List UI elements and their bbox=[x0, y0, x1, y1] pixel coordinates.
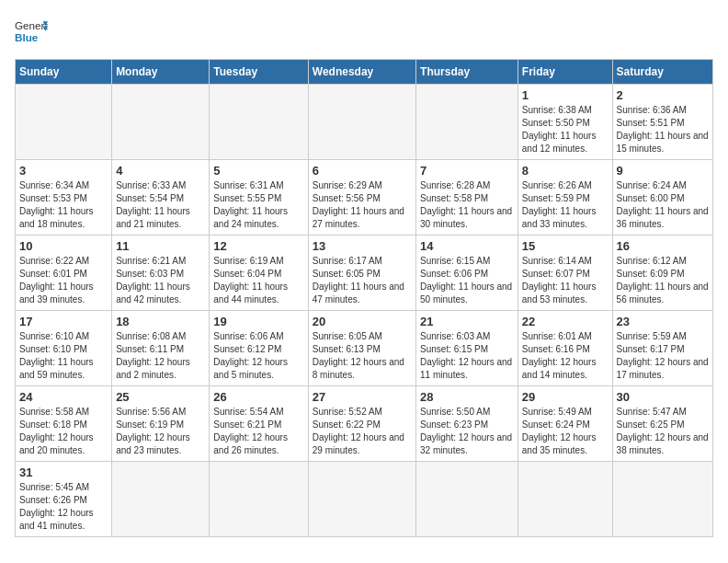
day-number: 10 bbox=[19, 239, 108, 253]
day-info: Sunrise: 6:31 AM Sunset: 5:55 PM Dayligh… bbox=[213, 179, 303, 231]
day-number: 22 bbox=[522, 315, 609, 328]
day-info: Sunrise: 6:22 AM Sunset: 6:01 PM Dayligh… bbox=[19, 255, 108, 306]
day-number: 27 bbox=[313, 390, 412, 404]
day-cell bbox=[16, 85, 112, 160]
day-number: 12 bbox=[213, 239, 303, 253]
day-number: 7 bbox=[420, 164, 514, 178]
day-cell: 7Sunrise: 6:28 AM Sunset: 5:58 PM Daylig… bbox=[416, 160, 518, 236]
week-row-5: 31Sunrise: 5:45 AM Sunset: 6:26 PM Dayli… bbox=[16, 462, 713, 537]
day-number: 19 bbox=[213, 315, 303, 328]
day-number: 17 bbox=[19, 315, 108, 328]
day-info: Sunrise: 6:24 AM Sunset: 6:00 PM Dayligh… bbox=[617, 179, 709, 231]
day-number: 11 bbox=[116, 239, 205, 253]
day-info: Sunrise: 6:38 AM Sunset: 5:50 PM Dayligh… bbox=[522, 104, 609, 155]
day-info: Sunrise: 6:19 AM Sunset: 6:04 PM Dayligh… bbox=[213, 255, 303, 306]
day-cell bbox=[308, 85, 415, 160]
day-cell: 22Sunrise: 6:01 AM Sunset: 6:16 PM Dayli… bbox=[518, 311, 612, 386]
day-cell: 10Sunrise: 6:22 AM Sunset: 6:01 PM Dayli… bbox=[16, 236, 112, 311]
header-day-friday: Friday bbox=[518, 60, 612, 85]
day-info: Sunrise: 6:21 AM Sunset: 6:03 PM Dayligh… bbox=[116, 255, 205, 306]
day-info: Sunrise: 5:52 AM Sunset: 6:22 PM Dayligh… bbox=[313, 406, 412, 457]
day-cell: 3Sunrise: 6:34 AM Sunset: 5:53 PM Daylig… bbox=[16, 160, 112, 236]
day-info: Sunrise: 5:45 AM Sunset: 6:26 PM Dayligh… bbox=[19, 481, 108, 533]
header-row: SundayMondayTuesdayWednesdayThursdayFrid… bbox=[16, 60, 713, 85]
day-number: 3 bbox=[19, 164, 108, 178]
day-number: 28 bbox=[420, 390, 514, 404]
day-cell: 27Sunrise: 5:52 AM Sunset: 6:22 PM Dayli… bbox=[308, 386, 415, 462]
day-cell: 16Sunrise: 6:12 AM Sunset: 6:09 PM Dayli… bbox=[612, 236, 712, 311]
day-cell bbox=[518, 462, 612, 537]
day-number: 24 bbox=[19, 390, 108, 404]
logo-icon: General Blue bbox=[15, 15, 48, 48]
day-info: Sunrise: 6:06 AM Sunset: 6:12 PM Dayligh… bbox=[213, 330, 303, 382]
week-row-3: 17Sunrise: 6:10 AM Sunset: 6:10 PM Dayli… bbox=[16, 311, 713, 386]
day-info: Sunrise: 5:58 AM Sunset: 6:18 PM Dayligh… bbox=[19, 406, 108, 457]
logo: General Blue bbox=[15, 15, 48, 48]
day-cell: 29Sunrise: 5:49 AM Sunset: 6:24 PM Dayli… bbox=[518, 386, 612, 462]
day-info: Sunrise: 6:17 AM Sunset: 6:05 PM Dayligh… bbox=[313, 255, 412, 306]
day-info: Sunrise: 6:29 AM Sunset: 5:56 PM Dayligh… bbox=[313, 179, 412, 231]
svg-text:General: General bbox=[15, 19, 48, 31]
day-cell bbox=[112, 462, 210, 537]
day-cell bbox=[210, 85, 308, 160]
day-number: 5 bbox=[213, 164, 303, 178]
day-number: 9 bbox=[617, 164, 709, 178]
header-day-sunday: Sunday bbox=[16, 60, 112, 85]
week-row-0: 1Sunrise: 6:38 AM Sunset: 5:50 PM Daylig… bbox=[16, 85, 713, 160]
day-cell: 18Sunrise: 6:08 AM Sunset: 6:11 PM Dayli… bbox=[112, 311, 210, 386]
day-info: Sunrise: 6:08 AM Sunset: 6:11 PM Dayligh… bbox=[116, 330, 205, 382]
day-number: 21 bbox=[420, 315, 514, 328]
day-number: 18 bbox=[116, 315, 205, 328]
day-info: Sunrise: 5:47 AM Sunset: 6:25 PM Dayligh… bbox=[617, 406, 709, 457]
day-info: Sunrise: 6:28 AM Sunset: 5:58 PM Dayligh… bbox=[420, 179, 514, 231]
day-cell: 11Sunrise: 6:21 AM Sunset: 6:03 PM Dayli… bbox=[112, 236, 210, 311]
day-number: 25 bbox=[116, 390, 205, 404]
day-info: Sunrise: 5:49 AM Sunset: 6:24 PM Dayligh… bbox=[522, 406, 609, 457]
svg-text:Blue: Blue bbox=[15, 31, 39, 43]
day-info: Sunrise: 5:56 AM Sunset: 6:19 PM Dayligh… bbox=[116, 406, 205, 457]
day-cell bbox=[416, 85, 518, 160]
header-day-thursday: Thursday bbox=[416, 60, 518, 85]
day-info: Sunrise: 6:10 AM Sunset: 6:10 PM Dayligh… bbox=[19, 330, 108, 382]
day-cell bbox=[416, 462, 518, 537]
day-cell: 20Sunrise: 6:05 AM Sunset: 6:13 PM Dayli… bbox=[308, 311, 415, 386]
day-info: Sunrise: 5:54 AM Sunset: 6:21 PM Dayligh… bbox=[213, 406, 303, 457]
day-number: 13 bbox=[313, 239, 412, 253]
day-info: Sunrise: 6:01 AM Sunset: 6:16 PM Dayligh… bbox=[522, 330, 609, 382]
day-cell: 5Sunrise: 6:31 AM Sunset: 5:55 PM Daylig… bbox=[210, 160, 308, 236]
day-number: 16 bbox=[617, 239, 709, 253]
day-info: Sunrise: 6:36 AM Sunset: 5:51 PM Dayligh… bbox=[617, 104, 709, 155]
day-info: Sunrise: 5:50 AM Sunset: 6:23 PM Dayligh… bbox=[420, 406, 514, 457]
day-number: 20 bbox=[313, 315, 412, 328]
day-info: Sunrise: 5:59 AM Sunset: 6:17 PM Dayligh… bbox=[617, 330, 709, 382]
day-number: 30 bbox=[617, 390, 709, 404]
day-number: 29 bbox=[522, 390, 609, 404]
day-cell: 28Sunrise: 5:50 AM Sunset: 6:23 PM Dayli… bbox=[416, 386, 518, 462]
day-cell: 8Sunrise: 6:26 AM Sunset: 5:59 PM Daylig… bbox=[518, 160, 612, 236]
day-cell: 1Sunrise: 6:38 AM Sunset: 5:50 PM Daylig… bbox=[518, 85, 612, 160]
day-info: Sunrise: 6:15 AM Sunset: 6:06 PM Dayligh… bbox=[420, 255, 514, 306]
day-cell: 6Sunrise: 6:29 AM Sunset: 5:56 PM Daylig… bbox=[308, 160, 415, 236]
day-info: Sunrise: 6:33 AM Sunset: 5:54 PM Dayligh… bbox=[116, 179, 205, 231]
day-cell: 15Sunrise: 6:14 AM Sunset: 6:07 PM Dayli… bbox=[518, 236, 612, 311]
day-cell: 26Sunrise: 5:54 AM Sunset: 6:21 PM Dayli… bbox=[210, 386, 308, 462]
day-number: 1 bbox=[522, 88, 609, 102]
day-cell: 25Sunrise: 5:56 AM Sunset: 6:19 PM Dayli… bbox=[112, 386, 210, 462]
day-cell bbox=[112, 85, 210, 160]
week-row-1: 3Sunrise: 6:34 AM Sunset: 5:53 PM Daylig… bbox=[16, 160, 713, 236]
day-number: 14 bbox=[420, 239, 514, 253]
header-day-wednesday: Wednesday bbox=[308, 60, 415, 85]
day-cell: 12Sunrise: 6:19 AM Sunset: 6:04 PM Dayli… bbox=[210, 236, 308, 311]
day-cell: 21Sunrise: 6:03 AM Sunset: 6:15 PM Dayli… bbox=[416, 311, 518, 386]
day-number: 6 bbox=[313, 164, 412, 178]
day-cell: 4Sunrise: 6:33 AM Sunset: 5:54 PM Daylig… bbox=[112, 160, 210, 236]
header-day-monday: Monday bbox=[112, 60, 210, 85]
day-cell: 9Sunrise: 6:24 AM Sunset: 6:00 PM Daylig… bbox=[612, 160, 712, 236]
day-cell: 31Sunrise: 5:45 AM Sunset: 6:26 PM Dayli… bbox=[16, 462, 112, 537]
day-cell: 24Sunrise: 5:58 AM Sunset: 6:18 PM Dayli… bbox=[16, 386, 112, 462]
header-day-tuesday: Tuesday bbox=[210, 60, 308, 85]
header: General Blue bbox=[15, 15, 713, 48]
day-info: Sunrise: 6:05 AM Sunset: 6:13 PM Dayligh… bbox=[313, 330, 412, 382]
day-cell bbox=[308, 462, 415, 537]
day-cell: 2Sunrise: 6:36 AM Sunset: 5:51 PM Daylig… bbox=[612, 85, 712, 160]
